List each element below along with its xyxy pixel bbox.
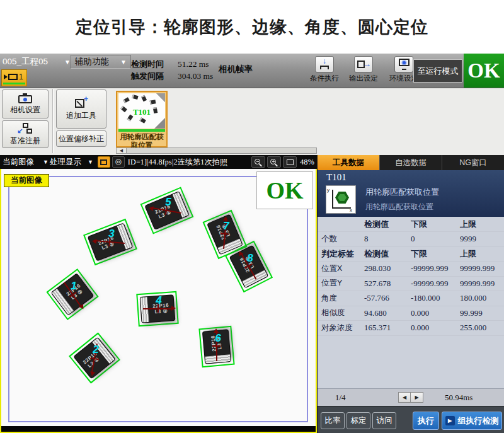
tab-custom-data[interactable]: 自选数据 bbox=[380, 155, 442, 170]
table-row[interactable]: 位置Y527.678-99999.99999999.999 bbox=[318, 277, 504, 292]
project-name: 005_工程05 bbox=[3, 56, 48, 67]
component-index-label: 6 bbox=[215, 332, 220, 345]
tool-header: T101 yx 用轮廓匹配获取位置 用轮廓匹配获取位置 bbox=[318, 170, 504, 217]
page-title: 定位引导：轮廓图形、边缘、角度、圆心定位 bbox=[0, 0, 504, 54]
chevron-down-icon: ▼ bbox=[64, 59, 71, 66]
live-view-button[interactable]: ◎ bbox=[112, 156, 125, 168]
prev-page-button[interactable]: ◀ bbox=[398, 392, 411, 403]
tab-tool-data[interactable]: 工具数据 bbox=[318, 155, 380, 170]
execute-button[interactable]: 执行 bbox=[413, 412, 439, 430]
camera-fps-label: 相机帧率 bbox=[219, 64, 253, 75]
base-register-button[interactable]: ↙ 基准注册 bbox=[2, 120, 49, 148]
component-index-label: 5 bbox=[165, 196, 171, 209]
output-setting-label: 输出设定 bbox=[345, 74, 382, 83]
capture-status-text: ID=1]|44.8fps|2连续第1次拍照 bbox=[128, 157, 249, 168]
chevron-down-icon: ▼ bbox=[120, 59, 127, 66]
component-index-label: 7 bbox=[223, 220, 229, 233]
camera-icon bbox=[18, 93, 33, 103]
add-tool-label: 追加工具 bbox=[66, 110, 96, 121]
condition-exec-label: 条件执行 bbox=[306, 74, 343, 83]
chevron-down-icon[interactable]: ▼ bbox=[88, 159, 93, 165]
judge-result-badge: OK bbox=[256, 171, 313, 209]
trigger-interval-label: 触发间隔 bbox=[131, 71, 178, 82]
process-display-dropdown[interactable]: 处理显示 bbox=[50, 157, 81, 168]
row-label: 个数 bbox=[321, 234, 364, 245]
fit-view-button[interactable] bbox=[283, 156, 297, 168]
project-selector[interactable]: 005_工程05 ▼ bbox=[3, 56, 71, 67]
tab-ng-window[interactable]: NG窗口 bbox=[442, 155, 504, 170]
env-setting-icon bbox=[394, 56, 413, 72]
roi-region-tool-button[interactable] bbox=[98, 156, 110, 168]
component-index-label: 3 bbox=[108, 228, 114, 240]
row-label: 角度 bbox=[321, 293, 364, 304]
row-value: -180.000 bbox=[411, 293, 460, 303]
group-execute-button[interactable]: ▶ 组执行检测 bbox=[442, 412, 502, 430]
group-execute-label: 组执行检测 bbox=[458, 415, 499, 427]
page-indicator: 1/4 bbox=[335, 393, 346, 403]
contour-match-tool-icon: yx bbox=[326, 185, 356, 214]
global-status-badge: OK bbox=[464, 54, 504, 88]
row-value: 298.030 bbox=[364, 263, 411, 274]
camera-trigger-badge[interactable]: 1 bbox=[1, 69, 27, 86]
scroll-left-arrow-icon[interactable]: ◀ bbox=[117, 148, 127, 153]
output-setting-icon: → bbox=[354, 56, 373, 72]
condition-exec-button[interactable]: ↓ 条件执行 bbox=[306, 56, 343, 83]
add-tool-button[interactable]: + 追加工具 bbox=[56, 89, 106, 129]
component-index-label: 1 bbox=[71, 280, 76, 292]
row-value: 0 bbox=[411, 234, 460, 244]
image-region: 22P16L3 ②122P16L3 ②222P16L3 ②322P16L3 ②4… bbox=[0, 169, 317, 433]
output-setting-button[interactable]: → 输出设定 bbox=[345, 56, 382, 83]
row-value: 下限 bbox=[411, 248, 460, 260]
condition-exec-icon: ↓ bbox=[315, 56, 334, 72]
row-value: 99999.999 bbox=[460, 279, 504, 289]
next-page-button[interactable]: ▶ bbox=[411, 392, 423, 403]
table-row[interactable]: 个数809999 bbox=[318, 232, 504, 247]
tool-ok-indicator bbox=[118, 129, 165, 132]
camera-number: 1 bbox=[19, 72, 23, 81]
table-row[interactable]: 判定标签检测值下限上限 bbox=[318, 247, 504, 262]
access-button[interactable]: 访问 bbox=[372, 412, 396, 429]
base-register-label: 基准注册 bbox=[10, 136, 40, 146]
run-mode-button[interactable]: 至运行模式 bbox=[413, 59, 462, 83]
thumbnail-chip bbox=[150, 100, 156, 104]
process-time: 50.94ms bbox=[445, 393, 472, 403]
offset-correction-button[interactable]: 位置偏移补正 bbox=[56, 130, 106, 147]
aux-function-menu[interactable]: 辅助功能 ▼ bbox=[71, 55, 131, 69]
play-icon: ▶ bbox=[445, 416, 455, 425]
tool-data-table: 检测值 下限 上限 个数809999判定标签检测值下限上限位置X298.030-… bbox=[318, 217, 504, 336]
table-row[interactable]: 位置X298.030-99999.99999999.999 bbox=[318, 262, 504, 277]
thumbnail-chip bbox=[141, 95, 147, 102]
row-label: 对象浓度 bbox=[321, 323, 364, 333]
zoom-out-button[interactable] bbox=[251, 156, 265, 168]
angle-arrow bbox=[143, 308, 172, 309]
current-image-dropdown[interactable]: 当前图像 bbox=[3, 157, 34, 168]
table-row[interactable]: 相似度94.6800.00099.999 bbox=[318, 306, 504, 321]
camera-icon bbox=[8, 74, 18, 80]
calibration-button[interactable]: 标定 bbox=[346, 412, 370, 429]
camera-setting-button[interactable]: 相机设置 bbox=[2, 89, 49, 118]
ratio-button[interactable]: 比率 bbox=[321, 412, 345, 429]
zoom-in-button[interactable] bbox=[267, 156, 281, 168]
row-value: 0.000 bbox=[411, 323, 460, 333]
pagination-bar: 1/4 ◀ ▶ 50.94ms bbox=[318, 388, 504, 406]
header-cell: 下限 bbox=[411, 219, 460, 230]
camera-icon bbox=[4, 74, 8, 79]
row-value: 8 bbox=[364, 234, 411, 244]
chevron-down-icon[interactable]: ▼ bbox=[43, 159, 49, 165]
row-value: 检测值 bbox=[364, 248, 411, 260]
tool-id-overlay: T101 bbox=[118, 107, 165, 117]
table-header-row: 检测值 下限 上限 bbox=[318, 217, 504, 232]
data-panel: 工具数据 自选数据 NG窗口 T101 yx 用轮廓匹配获取位置 用轮廓匹配获取… bbox=[317, 155, 504, 433]
image-view-toolbar: 当前图像 ▼ 处理显示 ▼ ◎ ID=1]|44.8fps|2连续第1次拍照 4… bbox=[0, 155, 317, 169]
row-value: 255.000 bbox=[460, 323, 504, 333]
row-value: 99.999 bbox=[460, 308, 504, 318]
thumbnail-chip bbox=[132, 95, 138, 100]
table-row[interactable]: 角度-57.766-180.000180.000 bbox=[318, 291, 504, 306]
table-row[interactable]: 对象浓度165.3710.000255.000 bbox=[318, 321, 504, 336]
tool-strip-scrollbar[interactable]: ◀ bbox=[116, 147, 317, 154]
tool-card-t101[interactable]: T101 用轮廓匹配获 取位置 bbox=[116, 91, 168, 147]
tool-row: 相机设置 ↙ 基准注册 + 追加工具 位置偏移补正 T101 bbox=[0, 88, 504, 155]
roi-icon bbox=[100, 159, 107, 165]
row-value: -99999.999 bbox=[411, 279, 460, 289]
add-tool-icon: + bbox=[74, 97, 88, 108]
